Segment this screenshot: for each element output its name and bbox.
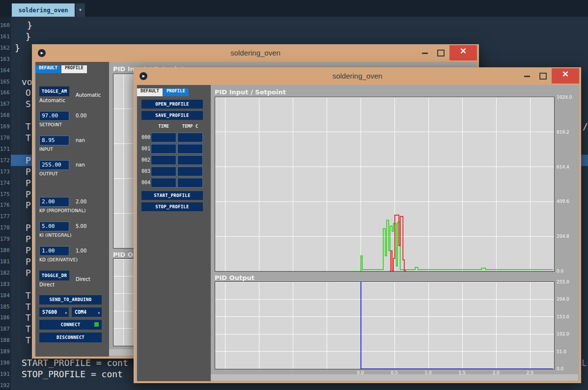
- profile-temp-field-0[interactable]: [177, 133, 203, 142]
- row-label: 003: [141, 168, 150, 174]
- save-profile-button[interactable]: SAVE_PROFILE: [141, 111, 203, 120]
- ki-field[interactable]: 5.00: [39, 222, 69, 231]
- code-fragment: P: [26, 166, 31, 177]
- output-label: OUTPUT: [39, 171, 58, 176]
- code-fragment: T: [26, 290, 31, 301]
- code-fragment: T: [26, 301, 31, 312]
- row-label: 000: [141, 135, 150, 140]
- code-fragment: P: [26, 222, 31, 233]
- port-dropdown[interactable]: COM4 ▲: [72, 307, 102, 317]
- connection-status-indicator: [94, 322, 99, 327]
- kd-value: 1.00: [76, 248, 86, 253]
- close-button[interactable]: ×: [449, 45, 477, 60]
- code-fragment: P: [26, 267, 31, 279]
- output-field[interactable]: 255.00: [39, 160, 69, 170]
- x-tick-label: 2.5: [525, 370, 535, 375]
- code-fragment: START_PROFILE = cont: [22, 357, 128, 368]
- profile-temp-field-1[interactable]: [177, 144, 203, 154]
- toggle-dr-value: Direct: [76, 277, 90, 282]
- profile-time-field-0[interactable]: [151, 133, 176, 142]
- open-profile-button[interactable]: OPEN_PROFILE: [141, 100, 203, 109]
- start-profile-button[interactable]: START_PROFILE: [141, 191, 203, 200]
- tab-default[interactable]: DEFAULT: [35, 65, 61, 73]
- profile-time-field-3[interactable]: [151, 167, 176, 176]
- ki-value: 5.00: [76, 223, 86, 229]
- window-front: ▶ soldering_oven × PID Input / Setpoint …: [134, 67, 581, 383]
- code-fragment: P: [26, 189, 31, 200]
- kp-field[interactable]: 2.00: [39, 197, 69, 207]
- code-fragment: P: [26, 256, 31, 267]
- code-fragment: P: [26, 245, 31, 256]
- x-tick-label: 2.0: [491, 370, 501, 375]
- maximize-button[interactable]: [539, 73, 547, 80]
- y-tick-label: 819.2: [557, 130, 569, 135]
- toggle-am-value: Automatic: [76, 92, 101, 98]
- minimize-button[interactable]: [524, 76, 530, 77]
- x-tick-label: 0.5: [390, 370, 399, 375]
- maximize-button[interactable]: [437, 50, 445, 56]
- y-tick-label: 0.0: [557, 269, 563, 274]
- close-button[interactable]: ×: [552, 68, 579, 84]
- y-tick-label: 153.0: [557, 314, 569, 319]
- input-value: nan: [76, 138, 85, 143]
- pid-input-title: PID Input / Setpoint: [215, 88, 286, 96]
- y-tick-label: 1024.0: [557, 95, 572, 100]
- x-tick-label: 0.0: [356, 370, 365, 375]
- chart-canvas: [215, 282, 554, 369]
- kd-field[interactable]: 1.00: [39, 246, 69, 256]
- window-title: soldering_oven: [32, 49, 479, 57]
- code-fragment: T: [26, 121, 31, 132]
- code-fragment: }: [27, 20, 32, 31]
- toggle-dr-state: Direct: [39, 282, 55, 287]
- y-tick-label: 51.0: [557, 349, 566, 354]
- disconnect-button[interactable]: DISCONNECT: [39, 333, 102, 342]
- code-fragment: P: [26, 177, 31, 189]
- code-fragment: T: [26, 334, 31, 346]
- input-field[interactable]: 8.95: [39, 136, 69, 145]
- y-tick-label: 614.4: [557, 165, 569, 169]
- setpoint-field[interactable]: 97.00: [39, 111, 69, 121]
- code-fragment: S: [26, 98, 31, 110]
- window-title: soldering_oven: [134, 72, 581, 80]
- x-tick-label: 1.0: [423, 370, 433, 375]
- y-tick-label: 102.0: [557, 332, 569, 336]
- profile-time-field-1[interactable]: [151, 144, 176, 154]
- kd-label: KD (DERIVATIVE): [39, 257, 78, 262]
- code-fragment: }: [26, 31, 31, 42]
- row-label: 002: [141, 157, 150, 163]
- control-sidebar-front: DEFAULTPROFILE OPEN_PROFILE SAVE_PROFILE…: [137, 85, 211, 381]
- tab-default[interactable]: DEFAULT: [137, 88, 163, 96]
- chart-canvas: [215, 97, 554, 271]
- code-fragment: }: [15, 42, 20, 54]
- col-header-temp: TEMP C: [177, 124, 203, 129]
- profile-temp-field-3[interactable]: [177, 167, 203, 176]
- tab-profile[interactable]: PROFILE: [61, 65, 87, 73]
- pid-output-chart: [215, 281, 555, 369]
- tab-profile[interactable]: PROFILE: [163, 88, 189, 96]
- row-label: 001: [141, 146, 150, 151]
- toggle-am-state: Automatic: [39, 98, 65, 103]
- toggle-am-button[interactable]: TOGGLE_AM: [39, 86, 69, 96]
- y-tick-label: 0.0: [557, 366, 563, 371]
- stop-profile-button[interactable]: STOP_PROFILE: [141, 202, 203, 211]
- ki-label: KI (INTEGRAL): [39, 233, 72, 238]
- send-to-arduino-button[interactable]: SEND_TO_ARDUINO: [39, 295, 102, 305]
- minimize-button[interactable]: [422, 53, 428, 54]
- profile-time-field-2[interactable]: [151, 155, 176, 165]
- titlebar-back[interactable]: ▶ soldering_oven ×: [32, 44, 479, 62]
- code-fragment: P: [26, 199, 31, 211]
- code-fragment: T: [26, 312, 31, 323]
- profile-temp-field-4[interactable]: [177, 178, 203, 188]
- code-fragment: O: [26, 87, 31, 98]
- control-sidebar-back: DEFAULTPROFILE TOGGLE_AM Automatic Autom…: [35, 62, 109, 357]
- profile-temp-field-2[interactable]: [177, 155, 203, 165]
- setpoint-value: 0.00: [76, 113, 86, 118]
- y-tick-label: 255.0: [557, 279, 569, 284]
- caret-up-icon: ▲: [65, 307, 67, 317]
- titlebar-front[interactable]: ▶ soldering_oven ×: [134, 67, 581, 85]
- connect-button[interactable]: CONNECT: [39, 320, 102, 330]
- toggle-dr-button[interactable]: TOGGLE_DR: [39, 271, 69, 280]
- kp-value: 2.00: [76, 199, 86, 204]
- profile-time-field-4[interactable]: [151, 178, 176, 188]
- baud-dropdown[interactable]: 57600 ▲: [39, 307, 69, 317]
